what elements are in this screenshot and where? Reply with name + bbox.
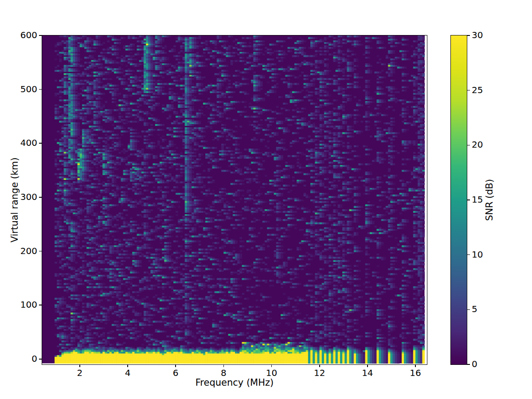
y-tick-mark	[39, 35, 42, 36]
x-tick-label: 16	[410, 368, 421, 378]
y-axis-label: Virtual range (km)	[9, 157, 20, 243]
ionogram-figure: IRF Uppsala SDR Ionosonde UP158 2025-11-…	[0, 0, 532, 399]
y-tick-mark	[39, 251, 42, 252]
y-tick-mark	[39, 305, 42, 305]
y-tick-mark	[39, 89, 42, 90]
x-tick-mark	[127, 364, 128, 367]
x-tick-mark	[367, 364, 368, 367]
y-tick-label: 100	[9, 299, 37, 310]
plot-area	[42, 35, 427, 365]
x-axis-label: Frequency (MHz)	[42, 377, 427, 388]
x-tick-mark	[319, 364, 320, 367]
colorbar-tick-label: 0	[472, 359, 477, 369]
x-tick-mark	[415, 364, 416, 367]
y-tick-label: 200	[9, 246, 37, 256]
colorbar-tick-mark	[467, 90, 470, 91]
colorbar-tick-label: 30	[472, 30, 483, 40]
x-tick-label: 6	[173, 368, 179, 378]
y-tick-mark	[39, 197, 42, 198]
x-tick-label: 10	[266, 368, 277, 378]
colorbar-tick-mark	[467, 200, 470, 200]
colorbar-tick-mark	[467, 309, 470, 310]
x-tick-mark	[271, 364, 272, 367]
colorbar-label: SNR (dB)	[484, 179, 495, 221]
colorbar	[450, 35, 467, 365]
colorbar-tick-label: 15	[472, 194, 483, 205]
y-tick-label: 0	[9, 353, 37, 364]
x-tick-mark	[223, 364, 224, 367]
x-tick-mark	[79, 364, 80, 367]
ionogram-heatmap	[42, 35, 427, 364]
colorbar-tick-label: 20	[472, 139, 483, 150]
y-tick-label: 500	[9, 84, 37, 94]
x-tick-label: 8	[221, 368, 227, 378]
colorbar-tick-mark	[467, 254, 470, 255]
colorbar-tick-label: 25	[472, 85, 483, 95]
colorbar-tick-mark	[467, 364, 470, 365]
x-tick-label: 12	[314, 368, 325, 378]
y-tick-label: 600	[9, 30, 37, 40]
y-tick-mark	[39, 143, 42, 144]
colorbar-tick-label: 5	[472, 304, 477, 314]
x-tick-label: 14	[362, 368, 373, 378]
colorbar-tick-label: 10	[472, 249, 483, 260]
y-tick-label: 400	[9, 137, 37, 148]
x-tick-mark	[175, 364, 176, 367]
colorbar-tick-mark	[467, 35, 470, 36]
x-tick-label: 4	[125, 368, 131, 378]
colorbar-tick-mark	[467, 145, 470, 146]
x-tick-label: 2	[77, 368, 83, 378]
y-tick-mark	[39, 359, 42, 360]
